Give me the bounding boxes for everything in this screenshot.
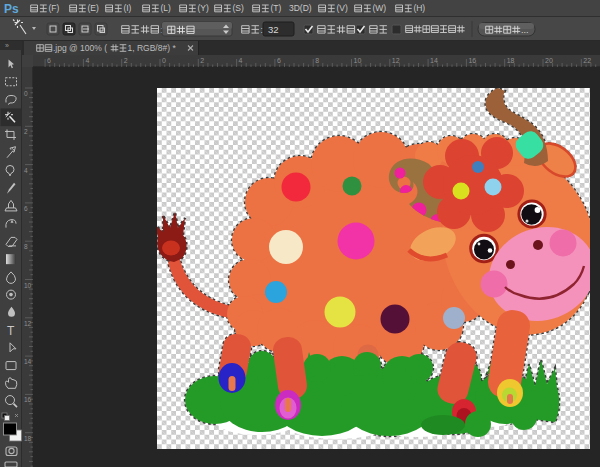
svg-text:.jpg @ 100% (: .jpg @ 100% ( (53, 43, 107, 53)
svg-text:6: 6 (47, 57, 51, 64)
svg-text:(E): (E) (87, 3, 99, 13)
svg-text:(I): (I) (123, 3, 131, 13)
svg-text:»: » (5, 42, 9, 49)
svg-text:(H): (H) (413, 3, 425, 13)
svg-text:16: 16 (24, 396, 32, 403)
svg-text:16: 16 (468, 57, 476, 64)
svg-text:(F): (F) (48, 3, 59, 13)
svg-text:0: 0 (162, 57, 166, 64)
svg-text:12: 12 (24, 320, 32, 327)
svg-text:3D(D): 3D(D) (289, 3, 312, 13)
svg-text:18: 18 (507, 57, 515, 64)
svg-text:6: 6 (277, 57, 281, 64)
svg-text:4: 4 (24, 167, 28, 174)
svg-text:(Y): (Y) (197, 3, 209, 13)
svg-text:2: 2 (24, 128, 28, 135)
svg-text:10: 10 (354, 57, 362, 64)
svg-text:20: 20 (545, 57, 553, 64)
svg-text:(T): (T) (270, 3, 281, 13)
svg-text:4: 4 (239, 57, 243, 64)
svg-text:1, RGB/8#) *: 1, RGB/8#) * (128, 43, 177, 53)
svg-text:2: 2 (124, 57, 128, 64)
svg-text:(S): (S) (232, 3, 244, 13)
svg-text:18: 18 (24, 435, 32, 442)
svg-text:22: 22 (583, 57, 591, 64)
svg-text:...: ... (521, 25, 529, 35)
svg-text:14: 14 (430, 57, 438, 64)
svg-text:(V): (V) (336, 3, 348, 13)
svg-text:8: 8 (315, 57, 319, 64)
svg-text:T: T (7, 324, 15, 338)
svg-text:2: 2 (200, 57, 204, 64)
svg-text:32: 32 (268, 24, 279, 35)
svg-text:0: 0 (24, 90, 28, 97)
svg-text:12: 12 (392, 57, 400, 64)
svg-text:4: 4 (85, 57, 89, 64)
svg-text:10: 10 (24, 282, 32, 289)
svg-text:6: 6 (24, 205, 28, 212)
svg-text:Ps: Ps (4, 2, 19, 16)
svg-text:(W): (W) (372, 3, 386, 13)
svg-text:(L): (L) (160, 3, 171, 13)
svg-text:8: 8 (24, 243, 28, 250)
svg-text:14: 14 (24, 358, 32, 365)
